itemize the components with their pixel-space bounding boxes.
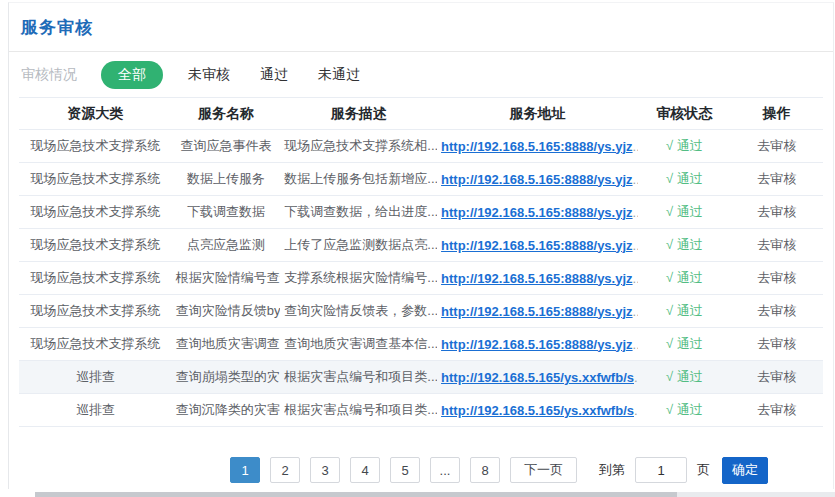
table-row: 现场应急技术支撑系统 查询地质灾害调查基... 查询地质灾害调查基本信... h…: [19, 328, 823, 361]
cell-description: 查询地质灾害调查基本信...: [280, 328, 437, 361]
url-ellipsis: ...: [633, 172, 638, 187]
cell-description: 支撑系统根据灾险情编号...: [280, 262, 437, 295]
table-row: 现场应急技术支撑系统 根据灾险情编号查询... 支撑系统根据灾险情编号... h…: [19, 262, 823, 295]
table-row: 现场应急技术支撑系统 点亮应急监测 上传了应急监测数据点亮... http://…: [19, 229, 823, 262]
url-text: http://192.168.5.165:8888/ys.yjz: [441, 271, 633, 286]
goto-page-unit: 页: [697, 461, 710, 479]
cell-service-name: 查询地质灾害调查基...: [172, 328, 281, 361]
url-ellipsis: ...: [633, 304, 638, 319]
service-url-link[interactable]: http://192.168.5.165:8888/ys.yjz...: [441, 271, 638, 286]
header-service-name: 服务名称: [172, 98, 281, 130]
goto-page-input[interactable]: [635, 457, 687, 483]
cell-category: 现场应急技术支撑系统: [19, 163, 172, 196]
service-url-link[interactable]: http://192.168.5.165/ys.xxfwfb/s...: [441, 403, 638, 418]
cell-service-name: 查询沉降类的灾害点...: [172, 394, 281, 427]
panel-header: 服务审核: [9, 3, 833, 52]
filter-label: 审核情况: [21, 66, 77, 84]
status-badge: √ 通过: [666, 402, 703, 417]
url-text: http://192.168.5.165/ys.xxfwfb/s: [441, 370, 634, 385]
header-resource-category: 资源大类: [19, 98, 172, 130]
table-row: 现场应急技术支撑系统 查询应急事件表 现场应急技术支撑系统相... http:/…: [19, 130, 823, 163]
cell-category: 巡排查: [19, 361, 172, 394]
header-review-status: 审核状态: [638, 98, 730, 130]
cell-category: 现场应急技术支撑系统: [19, 295, 172, 328]
url-ellipsis: ...: [634, 370, 638, 385]
header-service-url: 服务地址: [437, 98, 638, 130]
next-page-button[interactable]: 下一页: [510, 457, 577, 483]
status-badge: √ 通过: [666, 237, 703, 252]
table-header-row: 资源大类 服务名称 服务描述 服务地址 审核状态 操作: [19, 98, 823, 130]
status-badge: √ 通过: [666, 303, 703, 318]
page-button-5[interactable]: 5: [390, 457, 420, 483]
url-text: http://192.168.5.165:8888/ys.yjz: [441, 205, 633, 220]
go-review-link[interactable]: 去审核: [757, 369, 796, 384]
cell-service-name: 下载调查数据: [172, 196, 281, 229]
cell-description: 根据灾害点编号和项目类...: [280, 361, 437, 394]
url-text: http://192.168.5.165/ys.xxfwfb/s: [441, 403, 634, 418]
page-button-1[interactable]: 1: [230, 457, 260, 483]
filter-tab-passed[interactable]: 通过: [260, 66, 288, 84]
cell-category: 巡排查: [19, 394, 172, 427]
confirm-button[interactable]: 确定: [722, 457, 768, 484]
service-url-link[interactable]: http://192.168.5.165:8888/ys.yjz...: [441, 205, 638, 220]
service-url-link[interactable]: http://192.168.5.165:8888/ys.yjz...: [441, 139, 638, 154]
cell-service-name: 查询灾险情反馈byZ...: [172, 295, 281, 328]
filter-bar: 审核情况 全部 未审核 通过 未通过: [9, 52, 833, 97]
go-review-link[interactable]: 去审核: [757, 171, 796, 186]
filter-tab-all[interactable]: 全部: [101, 61, 163, 89]
page-title: 服务审核: [21, 18, 93, 37]
goto-page-label: 到第: [599, 461, 625, 479]
page-button-2[interactable]: 2: [270, 457, 300, 483]
url-ellipsis: ...: [633, 238, 638, 253]
cell-description: 上传了应急监测数据点亮...: [280, 229, 437, 262]
go-review-link[interactable]: 去审核: [757, 303, 796, 318]
url-text: http://192.168.5.165:8888/ys.yjz: [441, 238, 633, 253]
cell-category: 现场应急技术支撑系统: [19, 328, 172, 361]
go-review-link[interactable]: 去审核: [757, 402, 796, 417]
status-badge: √ 通过: [666, 336, 703, 351]
filter-tab-unreviewed[interactable]: 未审核: [188, 66, 230, 84]
url-ellipsis: ...: [633, 271, 638, 286]
table-row: 巡排查 查询沉降类的灾害点... 根据灾害点编号和项目类... http://1…: [19, 394, 823, 427]
url-text: http://192.168.5.165:8888/ys.yjz: [441, 304, 633, 319]
page-button-3[interactable]: 3: [310, 457, 340, 483]
service-review-table: 资源大类 服务名称 服务描述 服务地址 审核状态 操作 现场应急技术支撑系统 查…: [19, 97, 823, 427]
go-review-link[interactable]: 去审核: [757, 336, 796, 351]
go-review-link[interactable]: 去审核: [757, 237, 796, 252]
page-button-4[interactable]: 4: [350, 457, 380, 483]
horizontal-scrollbar-thumb[interactable]: [35, 492, 677, 497]
table-row: 现场应急技术支撑系统 数据上传服务 数据上传服务包括新增应... http://…: [19, 163, 823, 196]
go-review-link[interactable]: 去审核: [757, 204, 796, 219]
status-badge: √ 通过: [666, 204, 703, 219]
header-operation: 操作: [731, 98, 824, 130]
page-button-8[interactable]: 8: [470, 457, 500, 483]
status-badge: √ 通过: [666, 138, 703, 153]
cell-category: 现场应急技术支撑系统: [19, 130, 172, 163]
url-ellipsis: ...: [634, 403, 638, 418]
service-url-link[interactable]: http://192.168.5.165/ys.xxfwfb/s...: [441, 370, 638, 385]
service-url-link[interactable]: http://192.168.5.165:8888/ys.yjz...: [441, 337, 638, 352]
url-ellipsis: ...: [633, 205, 638, 220]
table-row: 巡排查 查询崩塌类型的灾害... 根据灾害点编号和项目类... http://1…: [19, 361, 823, 394]
filter-tab-failed[interactable]: 未通过: [318, 66, 360, 84]
service-url-link[interactable]: http://192.168.5.165:8888/ys.yjz...: [441, 238, 638, 253]
cell-service-name: 查询应急事件表: [172, 130, 281, 163]
cell-description: 查询灾险情反馈表，参数...: [280, 295, 437, 328]
pagination-bar: 1 2 3 4 5 ... 8 下一页 到第 页 确定: [230, 456, 768, 484]
go-review-link[interactable]: 去审核: [757, 138, 796, 153]
url-text: http://192.168.5.165:8888/ys.yjz: [441, 139, 633, 154]
header-service-desc: 服务描述: [280, 98, 437, 130]
url-ellipsis: ...: [633, 139, 638, 154]
page-ellipsis[interactable]: ...: [430, 457, 460, 483]
service-url-link[interactable]: http://192.168.5.165:8888/ys.yjz...: [441, 172, 638, 187]
cell-category: 现场应急技术支撑系统: [19, 262, 172, 295]
cell-category: 现场应急技术支撑系统: [19, 196, 172, 229]
url-ellipsis: ...: [633, 337, 638, 352]
cell-service-name: 查询崩塌类型的灾害...: [172, 361, 281, 394]
url-text: http://192.168.5.165:8888/ys.yjz: [441, 337, 633, 352]
table-row: 现场应急技术支撑系统 下载调查数据 下载调查数据，给出进度... http://…: [19, 196, 823, 229]
cell-service-name: 点亮应急监测: [172, 229, 281, 262]
go-review-link[interactable]: 去审核: [757, 270, 796, 285]
service-url-link[interactable]: http://192.168.5.165:8888/ys.yjz...: [441, 304, 638, 319]
status-badge: √ 通过: [666, 171, 703, 186]
